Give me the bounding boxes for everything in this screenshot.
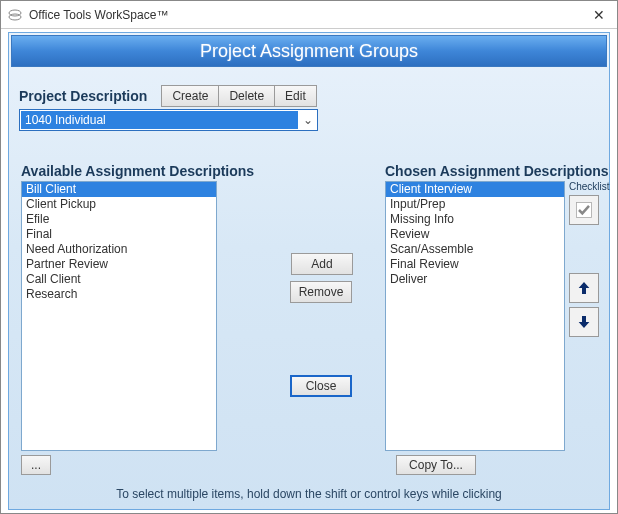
list-item[interactable]: Input/Prep: [386, 197, 564, 212]
available-listbox[interactable]: Bill ClientClient PickupEfileFinalNeed A…: [21, 181, 217, 451]
list-item[interactable]: Client Pickup: [22, 197, 216, 212]
list-item[interactable]: Bill Client: [22, 182, 216, 197]
edit-button[interactable]: Edit: [274, 85, 317, 107]
checklist-icon: [574, 200, 594, 220]
app-title: Office Tools WorkSpace™: [29, 8, 587, 22]
project-description-combobox[interactable]: 1040 Individual ⌄: [19, 109, 318, 131]
page-title: Project Assignment Groups: [11, 35, 607, 67]
list-item[interactable]: Research: [22, 287, 216, 302]
arrow-down-icon: [576, 314, 592, 330]
list-item[interactable]: Partner Review: [22, 257, 216, 272]
chevron-down-icon: ⌄: [299, 113, 317, 127]
more-button[interactable]: ...: [21, 455, 51, 475]
list-item[interactable]: Missing Info: [386, 212, 564, 227]
project-description-label: Project Description: [19, 88, 147, 104]
copy-to-button[interactable]: Copy To...: [396, 455, 476, 475]
delete-button[interactable]: Delete: [218, 85, 275, 107]
hint-text: To select multiple items, hold down the …: [9, 487, 609, 501]
list-item[interactable]: Scan/Assemble: [386, 242, 564, 257]
list-item[interactable]: Final Review: [386, 257, 564, 272]
chosen-label: Chosen Assignment Descriptions: [385, 163, 609, 179]
move-down-button[interactable]: [569, 307, 599, 337]
project-description-value: 1040 Individual: [21, 111, 298, 129]
arrow-up-icon: [576, 280, 592, 296]
project-description-row: Project Description Create Delete Edit: [19, 85, 609, 107]
list-item[interactable]: Efile: [22, 212, 216, 227]
app-icon: [7, 7, 23, 23]
list-item[interactable]: Need Authorization: [22, 242, 216, 257]
list-item[interactable]: Review: [386, 227, 564, 242]
window-close-button[interactable]: ✕: [587, 7, 611, 23]
list-item[interactable]: Client Interview: [386, 182, 564, 197]
svg-point-1: [9, 10, 21, 16]
client-area: Project Assignment Groups Project Descri…: [8, 32, 610, 510]
checklist-button[interactable]: [569, 195, 599, 225]
remove-button[interactable]: Remove: [290, 281, 352, 303]
close-button[interactable]: Close: [290, 375, 352, 397]
add-button[interactable]: Add: [291, 253, 353, 275]
list-item[interactable]: Final: [22, 227, 216, 242]
list-item[interactable]: Deliver: [386, 272, 564, 287]
checklist-label: Checklist: [569, 181, 610, 192]
chosen-listbox[interactable]: Client InterviewInput/PrepMissing InfoRe…: [385, 181, 565, 451]
list-item[interactable]: Call Client: [22, 272, 216, 287]
app-window: Office Tools WorkSpace™ ✕ Project Assign…: [0, 0, 618, 514]
move-up-button[interactable]: [569, 273, 599, 303]
available-label: Available Assignment Descriptions: [21, 163, 254, 179]
titlebar: Office Tools WorkSpace™ ✕: [1, 1, 617, 29]
create-button[interactable]: Create: [161, 85, 219, 107]
